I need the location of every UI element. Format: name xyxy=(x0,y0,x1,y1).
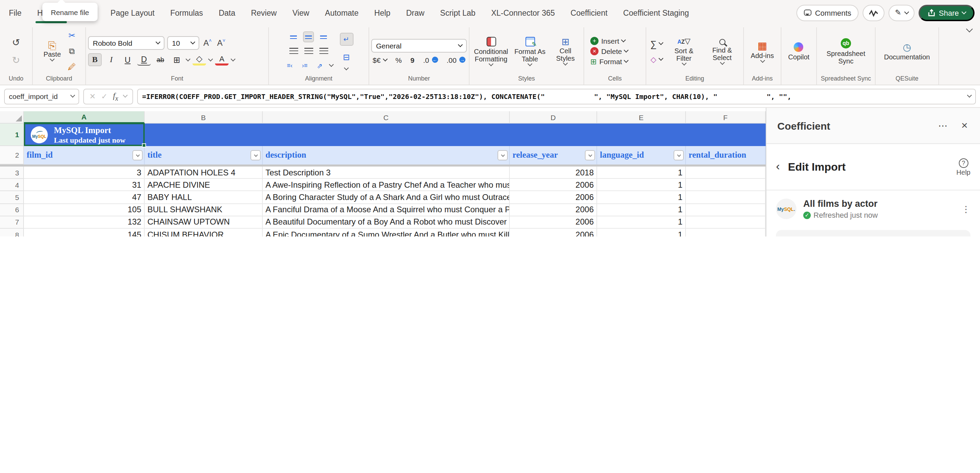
menu-tab[interactable]: Review xyxy=(251,8,277,17)
cell-description[interactable]: A Fanciful Drama of a Moose And a Squirr… xyxy=(263,204,510,216)
align-center-button[interactable] xyxy=(303,46,314,57)
collapse-ribbon-button[interactable] xyxy=(966,27,973,33)
select-all-corner[interactable] xyxy=(0,111,24,124)
column-header-c[interactable]: C xyxy=(263,111,510,124)
share-button[interactable]: Share xyxy=(918,5,975,21)
cell-title[interactable]: BABY HALL xyxy=(145,191,263,204)
cell-rental-duration[interactable] xyxy=(686,191,766,204)
menu-tab[interactable]: XL-Connector 365 xyxy=(491,8,555,17)
percent-button[interactable]: % xyxy=(396,56,402,64)
cell-film-id[interactable]: 132 xyxy=(24,217,145,229)
editing-mode-button[interactable]: ✎ xyxy=(889,5,914,21)
filter-button[interactable] xyxy=(250,150,261,161)
cell-rental-duration[interactable] xyxy=(686,229,766,237)
row-number[interactable]: 7 xyxy=(0,217,24,229)
cell-description[interactable]: A Boring Character Study of a A Shark An… xyxy=(263,191,510,204)
filter-button[interactable] xyxy=(585,150,595,161)
comments-button[interactable]: Comments xyxy=(796,5,859,21)
header-cell-rental-duration[interactable]: rental_duration xyxy=(686,146,766,164)
filter-button[interactable] xyxy=(132,150,143,161)
cut-button[interactable]: ✂ xyxy=(67,29,77,41)
cell-language-id[interactable]: 1 xyxy=(597,229,686,237)
cell-rental-duration[interactable] xyxy=(686,217,766,229)
menu-tab[interactable]: Draw xyxy=(406,8,425,17)
cell-film-id[interactable]: 47 xyxy=(24,191,145,204)
strikethrough-button[interactable]: ab xyxy=(154,53,167,66)
autosum-button[interactable]: ∑ xyxy=(651,38,663,49)
cell-title[interactable]: CHISUM BEHAVIOR xyxy=(145,229,263,237)
decrease-indent-button[interactable]: ≡‹ xyxy=(284,60,295,71)
format-cells-button[interactable]: ⊞Format xyxy=(590,57,628,66)
menu-tab[interactable]: Coefficient Staging xyxy=(623,8,689,17)
cell-styles-button[interactable]: ⊞ Cell Styles xyxy=(550,37,581,66)
align-left-button[interactable] xyxy=(288,46,299,57)
borders-button[interactable]: ⊞ xyxy=(170,53,184,66)
shrink-font-button[interactable]: A˅ xyxy=(216,37,227,49)
row-number[interactable]: 1 xyxy=(0,124,24,146)
menu-tab[interactable]: Automate xyxy=(325,8,358,17)
cell-description[interactable]: A Beautiful Documentary of a Boy And a R… xyxy=(263,217,510,229)
addins-button[interactable]: ▦ Add-ins xyxy=(748,39,776,64)
cell-release-year[interactable]: 2018 xyxy=(510,167,597,179)
menu-tab[interactable]: View xyxy=(293,8,309,17)
help-button[interactable]: ? Help xyxy=(956,158,970,176)
cancel-entry-icon[interactable]: ✕ xyxy=(89,92,95,101)
font-color-button[interactable]: A xyxy=(215,54,229,65)
cell-title[interactable]: BULL SHAWSHANK xyxy=(145,204,263,216)
cell-language-id[interactable]: 1 xyxy=(597,204,686,216)
expand-formula-bar-icon[interactable] xyxy=(967,93,972,97)
italic-button[interactable]: I xyxy=(104,53,118,66)
column-header-d[interactable]: D xyxy=(510,111,597,124)
row-number[interactable]: 6 xyxy=(0,204,24,216)
activity-button[interactable] xyxy=(863,5,885,21)
cell-language-id[interactable]: 1 xyxy=(597,217,686,229)
panel-menu-icon[interactable]: ⋯ xyxy=(937,119,949,132)
column-header-f[interactable]: F xyxy=(686,111,766,124)
header-cell-title[interactable]: title xyxy=(145,146,263,164)
cell-release-year[interactable]: 2006 xyxy=(510,229,597,237)
header-cell-film-id[interactable]: film_id xyxy=(24,146,145,164)
cell-release-year[interactable]: 2006 xyxy=(510,179,597,191)
currency-button[interactable]: $€ xyxy=(372,56,387,64)
row-number[interactable]: 3 xyxy=(0,167,24,179)
cell-description[interactable]: A Awe-Inspiring Reflection of a Pastry C… xyxy=(263,179,510,191)
cell-language-id[interactable]: 1 xyxy=(597,179,686,191)
filter-button[interactable] xyxy=(674,150,684,161)
align-right-button[interactable] xyxy=(318,46,329,57)
import-options-kebab-icon[interactable]: ⋮ xyxy=(962,204,970,214)
grow-font-button[interactable]: A˄ xyxy=(202,37,213,49)
bold-button[interactable]: B xyxy=(88,53,102,66)
row-number[interactable]: 4 xyxy=(0,179,24,191)
column-header-e[interactable]: E xyxy=(597,111,686,124)
header-cell-description[interactable]: description xyxy=(263,146,510,164)
insert-cells-button[interactable]: +Insert xyxy=(590,37,625,45)
name-box[interactable]: coeff_import_id xyxy=(4,88,79,104)
cell-film-id[interactable]: 3 xyxy=(24,167,145,179)
cell-title[interactable]: ADAPTATION HOLES 4 xyxy=(145,167,263,179)
row-number[interactable]: 5 xyxy=(0,191,24,204)
column-header-a[interactable]: A xyxy=(24,111,145,124)
menu-tab[interactable]: Script Lab xyxy=(440,8,476,17)
clear-button[interactable]: ◇ xyxy=(651,55,663,64)
comma-style-button[interactable]: 9 xyxy=(410,56,415,64)
paste-button[interactable]: ⎘ Paste xyxy=(41,40,64,62)
sort-filter-button[interactable]: AZ▽ Sort & Filter xyxy=(667,36,701,66)
cell-language-id[interactable]: 1 xyxy=(597,191,686,204)
cell-description[interactable]: Test Description 3 xyxy=(263,167,510,179)
copilot-button[interactable]: Copilot xyxy=(786,41,812,62)
filter-button[interactable] xyxy=(498,150,508,161)
cell-film-id[interactable]: 31 xyxy=(24,179,145,191)
wrap-text-button[interactable]: ↵ xyxy=(339,33,353,46)
menu-tab[interactable]: Formulas xyxy=(170,8,203,17)
fill-color-button[interactable]: ◇ xyxy=(192,54,206,65)
cell-release-year[interactable]: 2006 xyxy=(510,191,597,204)
copy-button[interactable]: ⧉ xyxy=(68,45,76,57)
align-middle-button[interactable] xyxy=(303,32,314,42)
cell-language-id[interactable]: 1 xyxy=(597,167,686,179)
cell-rental-duration[interactable] xyxy=(686,179,766,191)
undo-button[interactable]: ↺ xyxy=(11,36,21,48)
double-underline-button[interactable]: D xyxy=(137,54,151,65)
cell-rental-duration[interactable] xyxy=(686,204,766,216)
menu-tab[interactable]: Coefficient xyxy=(571,8,608,17)
orientation-button[interactable]: ⇗ xyxy=(314,60,325,71)
